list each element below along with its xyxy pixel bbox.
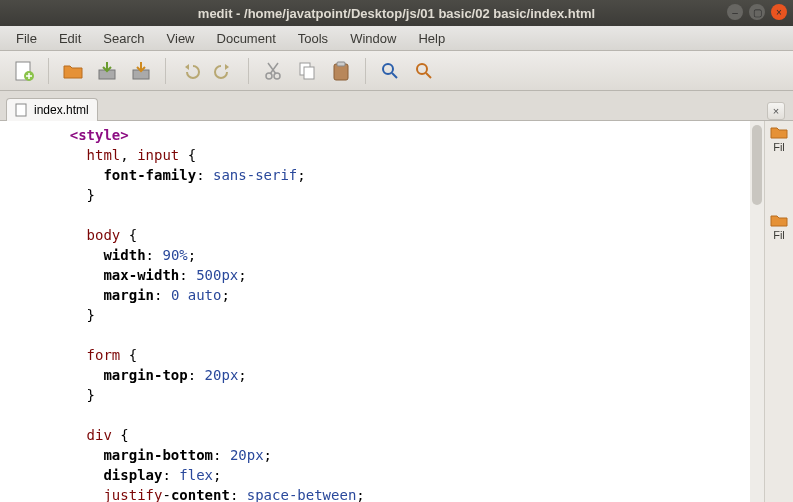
- file-icon: [15, 103, 29, 117]
- toolbar-separator: [48, 58, 49, 84]
- side-panel-label: Fil: [773, 229, 785, 241]
- save-button[interactable]: [93, 57, 121, 85]
- new-file-button[interactable]: [10, 57, 38, 85]
- toolbar-separator: [365, 58, 366, 84]
- menu-document[interactable]: Document: [207, 28, 286, 49]
- main-area: <style> html, input { font-family: sans-…: [0, 121, 793, 502]
- menu-search[interactable]: Search: [93, 28, 154, 49]
- toolbar-separator: [165, 58, 166, 84]
- open-file-button[interactable]: [59, 57, 87, 85]
- menu-view[interactable]: View: [157, 28, 205, 49]
- editor-wrap: <style> html, input { font-family: sans-…: [0, 121, 765, 502]
- menu-edit[interactable]: Edit: [49, 28, 91, 49]
- maximize-button[interactable]: ▢: [749, 4, 765, 20]
- menu-file[interactable]: File: [6, 28, 47, 49]
- tab-strip: index.html ×: [0, 91, 793, 121]
- tab-close-area: ×: [767, 102, 785, 120]
- tab-index-html[interactable]: index.html: [6, 98, 98, 121]
- scrollbar-thumb[interactable]: [752, 125, 762, 205]
- cut-button[interactable]: [259, 57, 287, 85]
- tab-close-button[interactable]: ×: [767, 102, 785, 120]
- find-replace-button[interactable]: [410, 57, 438, 85]
- folder-icon: [770, 213, 788, 227]
- save-as-button[interactable]: [127, 57, 155, 85]
- window-title: medit - /home/javatpoint/Desktop/js/01 b…: [8, 6, 785, 21]
- svg-rect-9: [337, 62, 345, 66]
- toolbar: [0, 51, 793, 91]
- svg-point-10: [383, 64, 393, 74]
- find-button[interactable]: [376, 57, 404, 85]
- svg-point-4: [266, 73, 272, 79]
- folder-icon: [770, 125, 788, 139]
- paste-button[interactable]: [327, 57, 355, 85]
- side-panel-label: Fil: [773, 141, 785, 153]
- menu-help[interactable]: Help: [408, 28, 455, 49]
- menubar: File Edit Search View Document Tools Win…: [0, 26, 793, 51]
- code-editor[interactable]: <style> html, input { font-family: sans-…: [0, 121, 764, 502]
- side-panel-item-filebrowser[interactable]: Fil: [770, 125, 788, 153]
- svg-point-5: [274, 73, 280, 79]
- undo-button[interactable]: [176, 57, 204, 85]
- minimize-button[interactable]: –: [727, 4, 743, 20]
- window-titlebar: medit - /home/javatpoint/Desktop/js/01 b…: [0, 0, 793, 26]
- vertical-scrollbar[interactable]: [750, 121, 764, 502]
- close-button[interactable]: ×: [771, 4, 787, 20]
- side-panel: Fil Fil: [765, 121, 793, 502]
- side-panel-item-filebrowser2[interactable]: Fil: [770, 213, 788, 241]
- svg-rect-12: [16, 104, 26, 116]
- svg-rect-7: [304, 67, 314, 79]
- toolbar-separator: [248, 58, 249, 84]
- tab-label: index.html: [34, 103, 89, 117]
- menu-tools[interactable]: Tools: [288, 28, 338, 49]
- copy-button[interactable]: [293, 57, 321, 85]
- svg-point-11: [417, 64, 427, 74]
- window-controls: – ▢ ×: [727, 4, 787, 20]
- menu-window[interactable]: Window: [340, 28, 406, 49]
- redo-button[interactable]: [210, 57, 238, 85]
